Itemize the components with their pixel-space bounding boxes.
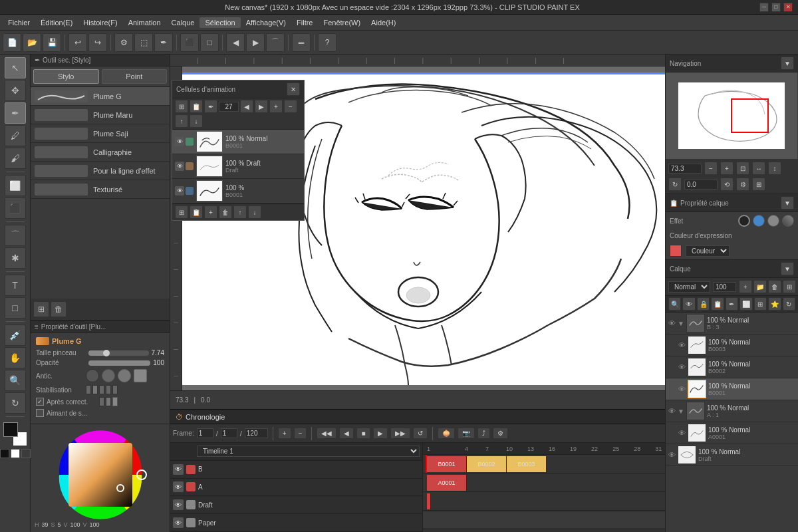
apres-checkbox[interactable]: [36, 398, 44, 406]
layer-row-b0003[interactable]: 👁 100 % Normal B0003: [666, 334, 798, 356]
delete-layer-btn[interactable]: 🗑: [768, 280, 781, 293]
anim-cell-draft[interactable]: 👁 100 % Draft Draft: [172, 154, 304, 179]
draft-keyframe[interactable]: [427, 493, 431, 509]
tl-eye-B[interactable]: 👁: [173, 464, 184, 475]
layer-opacity[interactable]: [713, 282, 736, 292]
layer-row-b3[interactable]: 👁 ▼ 100 % Normal B : 3: [666, 313, 798, 334]
total-frame-input[interactable]: [221, 428, 237, 438]
new-file-button[interactable]: 📄: [3, 33, 21, 52]
opacite-slider[interactable]: [88, 360, 150, 366]
current-frame-input[interactable]: [197, 428, 213, 438]
black-preset[interactable]: [0, 449, 9, 458]
anim-up-btn[interactable]: ↑: [175, 114, 188, 128]
anim-tool-3[interactable]: ✒: [204, 100, 217, 113]
layer-eye-draft[interactable]: 👁: [668, 451, 676, 459]
color-wheel[interactable]: [54, 428, 147, 521]
tool-shape[interactable]: □: [5, 297, 26, 319]
menu-fenetre[interactable]: Fenêtre(W): [318, 17, 366, 28]
maximize-button[interactable]: □: [771, 3, 781, 12]
anim-close-btn[interactable]: ✕: [287, 82, 300, 96]
timeline-select[interactable]: Timeline 1: [197, 446, 420, 457]
couleur-select[interactable]: Couleur: [686, 245, 730, 257]
tl-stop-btn[interactable]: ■: [356, 428, 370, 439]
layer-row-a1[interactable]: 👁 ▼ 100 % Normal A : 1: [666, 400, 798, 422]
merge-layer-btn[interactable]: ⊞: [783, 280, 796, 293]
ruler-button[interactable]: ═: [292, 33, 311, 52]
fill-button[interactable]: ⬛: [180, 33, 199, 52]
transform-button[interactable]: ⚙: [114, 33, 133, 52]
brush-plume-saji[interactable]: Plume Saji: [31, 124, 170, 143]
layer-eye-a1[interactable]: 👁: [668, 407, 676, 415]
tool-rotate[interactable]: ↻: [5, 392, 26, 414]
select-button[interactable]: ⬚: [134, 33, 153, 52]
tl-del-btn[interactable]: −: [294, 428, 307, 439]
tl-eye-Paper[interactable]: 👁: [173, 517, 184, 528]
anim-eye-2[interactable]: 👁: [175, 162, 184, 171]
layer-filter-8[interactable]: ⭐: [768, 297, 781, 311]
nav-reset-btn[interactable]: ⟲: [720, 178, 733, 191]
layer-eye-b0003[interactable]: 👁: [678, 341, 686, 349]
nav-flip-h[interactable]: ↔: [752, 162, 765, 175]
open-file-button[interactable]: 📂: [23, 33, 41, 52]
foreground-color-swatch[interactable]: [3, 422, 18, 437]
anim-footer-4[interactable]: 🗑: [219, 205, 232, 219]
nav-zoom-in[interactable]: +: [720, 162, 733, 175]
layer-row-b0002[interactable]: 👁 100 % Normal B0002: [666, 356, 798, 378]
tool-brush[interactable]: 🖌: [5, 148, 26, 169]
menu-affichage[interactable]: Affichage(V): [241, 17, 291, 28]
delete-prop-button[interactable]: 🗑: [51, 301, 66, 317]
new-folder-btn[interactable]: 📁: [753, 280, 767, 293]
window-controls[interactable]: ─ □ ✕: [759, 3, 793, 12]
layer-fold-b3[interactable]: ▼: [678, 320, 684, 327]
nav-zoom-input[interactable]: [668, 164, 702, 174]
anim-footer-1[interactable]: ⊞: [175, 205, 188, 219]
nav-settings-btn[interactable]: ⚙: [736, 178, 749, 191]
anim-frame-count-input[interactable]: [219, 102, 239, 112]
effect-btn-1[interactable]: [738, 215, 750, 227]
minimize-button[interactable]: ─: [759, 3, 769, 12]
anti-square[interactable]: [134, 369, 147, 382]
brush-calligraphie[interactable]: Calligraphie: [31, 143, 170, 162]
layer-eye-b0002[interactable]: 👁: [678, 363, 686, 371]
tl-next-btn[interactable]: ▶▶: [390, 428, 410, 439]
anti-circle-3[interactable]: [118, 369, 131, 382]
menu-animation[interactable]: Animation: [123, 17, 166, 28]
anim-next-btn[interactable]: ▶: [255, 100, 268, 113]
tl-play-btn[interactable]: ▶: [373, 428, 388, 439]
nav-zoom-out[interactable]: −: [704, 162, 718, 175]
menu-filtre[interactable]: Filtre: [291, 17, 318, 28]
layer-filter-1[interactable]: 🔍: [668, 297, 681, 311]
nav-expand-btn[interactable]: ▼: [781, 57, 794, 70]
redo-button[interactable]: ↪: [88, 33, 107, 52]
menu-selection[interactable]: Sélection: [200, 17, 240, 28]
stab-bar-5[interactable]: [112, 385, 118, 394]
taille-slider[interactable]: [88, 350, 149, 356]
menu-calque[interactable]: Calque: [166, 17, 200, 28]
brush-plume-maru[interactable]: Plume Maru: [31, 106, 170, 124]
layer-eye-b3[interactable]: 👁: [668, 319, 676, 327]
tool-move[interactable]: ✥: [5, 80, 26, 101]
effect-btn-2[interactable]: [753, 215, 765, 227]
tool-fill[interactable]: ⬛: [5, 198, 26, 219]
stab-bar-3[interactable]: [99, 385, 104, 394]
nav-flip-v[interactable]: ↕: [768, 162, 781, 175]
brush-texturise[interactable]: Texturisé: [31, 180, 170, 199]
tl-eye-Draft[interactable]: 👁: [173, 499, 184, 510]
layer-filter-9[interactable]: ↻: [783, 297, 795, 311]
anim-eye-1[interactable]: 👁: [175, 137, 184, 146]
stab-bar-1[interactable]: [86, 385, 91, 394]
tool-select[interactable]: ↖: [5, 57, 26, 78]
anim-tool-1[interactable]: ⊞: [175, 100, 188, 113]
anim-eye-3[interactable]: 👁: [175, 186, 184, 196]
pen-button[interactable]: ✒: [154, 33, 173, 52]
white-preset[interactable]: [11, 449, 20, 458]
tl-add-btn[interactable]: +: [278, 428, 291, 439]
tl-onion-btn[interactable]: 🧅: [438, 428, 455, 439]
layer-row-draft[interactable]: 👁 100 % Normal Draft: [666, 444, 798, 466]
max-frame-input[interactable]: [245, 428, 268, 438]
new-layer-btn[interactable]: +: [739, 280, 752, 293]
tl-eye-A[interactable]: 👁: [173, 481, 184, 492]
nav-preview-area[interactable]: [666, 72, 797, 159]
b0002-frame[interactable]: B0002: [467, 456, 507, 472]
layer-eye-a0001[interactable]: 👁: [678, 429, 686, 437]
